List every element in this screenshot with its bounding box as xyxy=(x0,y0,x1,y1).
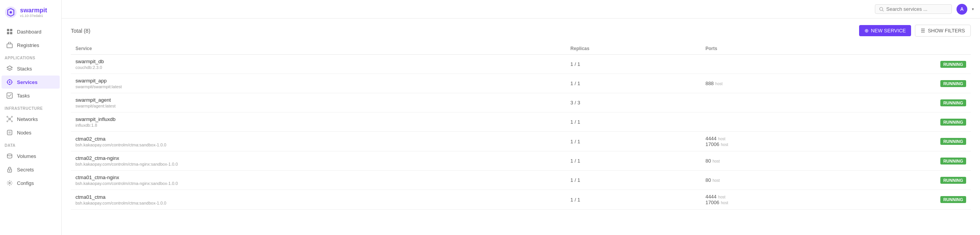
svg-rect-3 xyxy=(7,29,9,31)
service-name: ctma01_ctma-nginx xyxy=(75,175,561,180)
service-image: bsh.kakaopay.com/controlm/ctma:sandbox-1… xyxy=(75,201,561,205)
replicas-value: 1 / 1 xyxy=(570,177,580,183)
status-cell: RUNNING xyxy=(881,74,971,93)
port-line: 17006host xyxy=(705,200,876,205)
svg-point-10 xyxy=(9,79,10,81)
table-row[interactable]: swarmpit_influxdbinfluxdb:1.81 / 1RUNNIN… xyxy=(71,112,971,132)
svg-rect-5 xyxy=(7,32,9,34)
svg-point-28 xyxy=(9,170,10,171)
sidebar-item-services[interactable]: Services xyxy=(2,76,60,89)
logo-text: swarmpit v1.10-37edab1 xyxy=(20,7,47,18)
section-label-data: DATA xyxy=(0,139,61,149)
table-row[interactable]: swarmpit_appswarmpit/swarmpit:latest1 / … xyxy=(71,74,971,93)
new-service-label: NEW SERVICE xyxy=(871,28,906,34)
service-image: swarmpit/agent:latest xyxy=(75,104,561,108)
volumes-icon xyxy=(6,153,13,159)
svg-point-26 xyxy=(7,154,12,156)
svg-point-17 xyxy=(12,116,13,118)
sidebar-item-tasks[interactable]: Tasks xyxy=(2,89,60,102)
table-row[interactable]: ctma01_ctma-nginxbsh.kakaopay.com/contro… xyxy=(71,171,971,190)
sidebar-item-configs[interactable]: Configs xyxy=(2,176,60,190)
table-row[interactable]: swarmpit_agentswarmpit/agent:latest3 / 3… xyxy=(71,93,971,112)
replicas-cell: 1 / 1 xyxy=(566,171,701,190)
sidebar-item-volumes[interactable]: Volumes xyxy=(2,149,60,163)
service-cell: ctma01_ctma-nginxbsh.kakaopay.com/contro… xyxy=(71,171,566,190)
sidebar-item-nodes[interactable]: Nodes xyxy=(2,126,60,139)
table-row[interactable]: ctma02_ctma-nginxbsh.kakaopay.com/contro… xyxy=(71,151,971,171)
sidebar-item-secrets[interactable]: Secrets xyxy=(2,163,60,176)
status-badge: RUNNING xyxy=(940,138,966,145)
port-value: 4444 xyxy=(705,136,717,141)
new-service-button[interactable]: ⊕ NEW SERVICE xyxy=(859,25,911,36)
status-cell: RUNNING xyxy=(881,132,971,151)
svg-line-23 xyxy=(10,120,12,121)
sidebar-item-registries[interactable]: Registries xyxy=(2,39,60,52)
network-icon xyxy=(6,116,13,123)
ports-cell xyxy=(701,93,881,112)
svg-rect-6 xyxy=(10,32,12,34)
service-image: influxdb:1.8 xyxy=(75,123,561,128)
service-cell: ctma01_ctmabsh.kakaopay.com/controlm/ctm… xyxy=(71,190,566,210)
ports-cell: 80host xyxy=(701,171,881,190)
service-image: swarmpit/swarmpit:latest xyxy=(75,84,561,89)
port-value: 888 xyxy=(705,81,714,86)
nav-group-infrastructure: Networks Nodes xyxy=(0,112,61,139)
search-icon xyxy=(879,7,884,12)
service-name: ctma02_ctma-nginx xyxy=(75,155,561,161)
nav-group-main: Dashboard Registries xyxy=(0,25,61,52)
table-row[interactable]: swarmpit_dbcouchdb:2.3.01 / 1RUNNING xyxy=(71,55,971,74)
table-row[interactable]: ctma01_ctmabsh.kakaopay.com/controlm/ctm… xyxy=(71,190,971,210)
port-suffix: host xyxy=(718,195,725,199)
table-body: swarmpit_dbcouchdb:2.3.01 / 1RUNNINGswar… xyxy=(71,55,971,210)
col-header-service: Service xyxy=(71,43,566,55)
status-cell: RUNNING xyxy=(881,190,971,210)
replicas-cell: 1 / 1 xyxy=(566,55,701,74)
ports-cell: 4444host17006host xyxy=(701,190,881,210)
topbar: A ▾ xyxy=(62,0,980,18)
status-cell: RUNNING xyxy=(881,112,971,132)
sidebar-item-label: Stacks xyxy=(17,66,32,72)
tasks-icon xyxy=(6,92,13,99)
plus-icon: ⊕ xyxy=(864,28,869,34)
sidebar-item-dashboard[interactable]: Dashboard xyxy=(2,25,60,38)
header-actions: ⊕ NEW SERVICE ☰ SHOW FILTERS xyxy=(859,25,971,37)
show-filters-button[interactable]: ☰ SHOW FILTERS xyxy=(915,25,971,37)
table-row[interactable]: ctma02_ctmabsh.kakaopay.com/controlm/ctm… xyxy=(71,132,971,151)
svg-line-22 xyxy=(8,120,9,121)
box-icon xyxy=(6,42,13,49)
svg-line-20 xyxy=(8,118,9,119)
svg-rect-25 xyxy=(8,131,11,134)
grid-icon xyxy=(6,28,13,35)
logo-area: swarmpit v1.10-37edab1 xyxy=(0,3,61,25)
port-value: 80 xyxy=(705,158,711,164)
replicas-cell: 1 / 1 xyxy=(566,151,701,171)
sidebar-item-label: Networks xyxy=(17,116,38,122)
replicas-cell: 1 / 1 xyxy=(566,132,701,151)
service-image: couchdb:2.3.0 xyxy=(75,65,561,70)
status-badge: RUNNING xyxy=(940,99,966,106)
replicas-value: 1 / 1 xyxy=(570,139,580,144)
ports-cell: 888host xyxy=(701,74,881,93)
nav-group-data: Volumes Secrets Configs xyxy=(0,149,61,190)
sidebar-item-label: Nodes xyxy=(17,130,32,136)
sidebar-item-stacks[interactable]: Stacks xyxy=(2,62,60,75)
search-box[interactable] xyxy=(875,4,952,14)
avatar-chevron-icon[interactable]: ▾ xyxy=(972,7,974,11)
port-suffix: host xyxy=(712,178,720,183)
user-avatar[interactable]: A xyxy=(957,4,967,15)
svg-point-13 xyxy=(12,82,13,83)
table-head: Service Replicas Ports xyxy=(71,43,971,55)
status-badge: RUNNING xyxy=(940,177,966,184)
service-name: swarmpit_app xyxy=(75,78,561,84)
search-input[interactable] xyxy=(886,6,948,12)
port-suffix: host xyxy=(718,137,725,141)
app-name: swarmpit xyxy=(20,7,47,14)
content-area: Total (8) ⊕ NEW SERVICE ☰ SHOW FILTERS S… xyxy=(62,18,980,235)
app-version: v1.10-37edab1 xyxy=(20,14,47,18)
svg-point-15 xyxy=(9,118,10,120)
sidebar-item-networks[interactable]: Networks xyxy=(2,112,60,126)
sidebar-item-label: Secrets xyxy=(17,167,34,173)
service-image: bsh.kakaopay.com/controlm/ctma-nginx:san… xyxy=(75,162,561,166)
service-cell: swarmpit_dbcouchdb:2.3.0 xyxy=(71,55,566,74)
filter-icon: ☰ xyxy=(921,28,925,34)
